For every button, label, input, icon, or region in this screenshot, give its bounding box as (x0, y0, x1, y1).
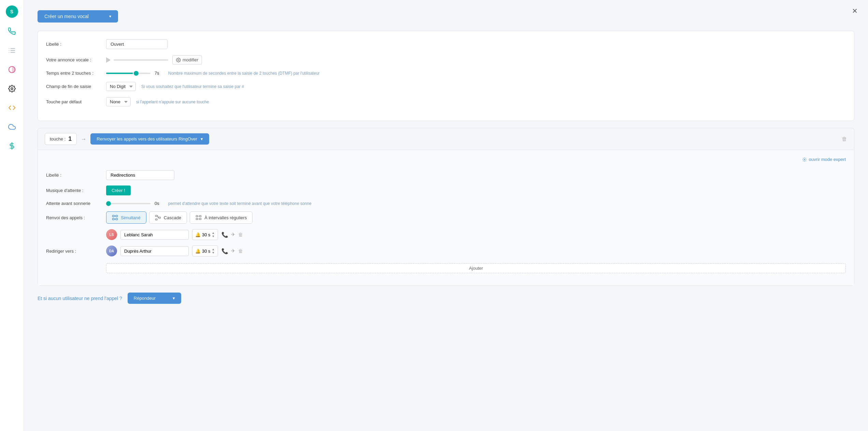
libelle-input[interactable] (106, 39, 168, 49)
sidebar-item-list[interactable] (6, 45, 17, 56)
temps-label: Temps entre 2 touches : (46, 71, 101, 76)
call-icon-2[interactable]: 📞 (221, 248, 228, 254)
modifier-button[interactable]: modifier (172, 55, 202, 64)
sidebar-item-chart[interactable] (6, 64, 17, 75)
bottom-question-row: Et si aucun utilisateur ne prend l'appel… (38, 293, 854, 304)
touch-badge: touche : 1 (45, 133, 77, 145)
svg-rect-12 (116, 215, 117, 217)
libelle-row: Libellé : (46, 39, 846, 49)
vocal-menu-dropdown[interactable]: Créer un menu vocal ▾ (38, 10, 118, 23)
timer-select-1[interactable]: 🔔 30 s ▲▼ (192, 229, 218, 240)
bell-icon-2: 🔔 (195, 249, 201, 254)
timer-select-2[interactable]: 🔔 30 s ▲▼ (192, 246, 218, 256)
temps-row: Temps entre 2 touches : 7s Nombre maximu… (46, 71, 846, 76)
dropdown-chevron: ▾ (109, 14, 111, 19)
annonce-label: Votre annonce vocale : (46, 57, 101, 62)
simultane-icon (112, 214, 118, 221)
attente-row: Attente avant sonnerie 0s permet d'atten… (46, 201, 846, 206)
action-icons-2: 📞 ✈ 🗑 (221, 248, 243, 254)
touche-defaut-select[interactable]: None (106, 97, 131, 106)
touch-libelle-input[interactable] (106, 170, 174, 180)
temps-value: 7s (155, 71, 164, 76)
config-card: Libellé : Votre annonce vocale : modifie… (38, 31, 854, 121)
play-button[interactable] (106, 57, 168, 63)
play-icon (106, 57, 112, 63)
cascade-icon (155, 214, 161, 221)
svg-rect-23 (196, 216, 198, 217)
svg-rect-26 (199, 218, 201, 220)
svg-point-9 (178, 59, 179, 61)
send-icon-1[interactable]: ✈ (231, 232, 235, 238)
temps-slider-container: 7s Nombre maximum de secondes entre la s… (106, 71, 320, 76)
touch-number: 1 (68, 135, 72, 143)
champ-select[interactable]: No Digit # (106, 82, 136, 91)
svg-point-7 (11, 88, 13, 90)
touch-card: touche : 1 → Renvoyer les appels vers de… (38, 128, 854, 286)
user-name-arthur: Duprès Arthur (124, 249, 151, 254)
expert-mode-button[interactable]: ouvrir mode expert (802, 157, 846, 162)
touche-defaut-row: Touche par défaut None si l'appelant n'a… (46, 97, 846, 106)
user-row-2: DA Duprès Arthur 🔔 30 s ▲▼ (106, 246, 846, 256)
vocal-menu-label: Créer un menu vocal (44, 14, 89, 19)
bottom-question-text: Et si aucun utilisateur ne prend l'appel… (38, 296, 122, 301)
sidebar-item-phone[interactable] (6, 26, 17, 37)
intervalles-label: À intervalles réguliers (204, 215, 247, 220)
bell-icon-1: 🔔 (195, 232, 201, 237)
svg-rect-25 (196, 218, 198, 220)
expert-label: ouvrir mode expert (809, 157, 846, 162)
timer-arrows-1[interactable]: ▲▼ (212, 231, 215, 238)
arrow-icon: → (81, 136, 86, 142)
sidebar-item-cloud[interactable] (6, 121, 17, 132)
user-row-1: LS Leblanc Sarah 🔔 30 s ▲▼ (106, 229, 846, 240)
sidebar-item-settings[interactable] (6, 83, 17, 94)
renvoi-row: Renvoi des appels : Simultané (46, 211, 846, 224)
musique-row: Musique d'attente : Créer ! (46, 185, 846, 195)
delete-user-2[interactable]: 🗑 (238, 248, 243, 254)
svg-rect-17 (155, 215, 157, 217)
touch-libelle-row: Libellé : (46, 170, 846, 180)
rediriger-label: Rediriger vers : (46, 249, 101, 254)
rediriger-header: Rediriger vers : LS Leblanc Sarah 🔔 30 s (46, 229, 846, 273)
cascade-label: Cascade (164, 215, 181, 220)
temps-slider[interactable] (106, 73, 150, 74)
close-button[interactable]: ✕ (852, 7, 858, 15)
action-icons-1: 📞 ✈ 🗑 (221, 232, 243, 238)
timer-arrows-2[interactable]: ▲▼ (212, 248, 215, 254)
rediriger-section: Rediriger vers : LS Leblanc Sarah 🔔 30 s (46, 229, 846, 273)
creer-button[interactable]: Créer ! (106, 185, 131, 195)
touch-body: ouvrir mode expert Libellé : Musique d'a… (38, 150, 854, 285)
action-dropdown[interactable]: Renvoyer les appels vers des utilisateur… (90, 133, 209, 145)
champ-row: Champ de fin de saisie No Digit # Si vou… (46, 82, 846, 91)
touch-delete-icon[interactable]: 🗑 (842, 136, 847, 142)
call-icon-1[interactable]: 📞 (221, 232, 228, 238)
app-logo[interactable]: S (6, 5, 18, 18)
user-select-sarah[interactable]: Leblanc Sarah (120, 230, 189, 240)
musique-label: Musique d'attente : (46, 188, 101, 193)
attente-slider[interactable] (106, 203, 150, 204)
expert-icon (802, 157, 807, 162)
sidebar: S (0, 0, 24, 431)
renvoi-tab-simultane[interactable]: Simultané (106, 211, 146, 224)
repondeur-chevron: ▾ (173, 296, 175, 301)
champ-hint: Si vous souhaitez que l'utilisateur term… (141, 84, 244, 89)
delete-user-1[interactable]: 🗑 (238, 232, 243, 237)
attente-label: Attente avant sonnerie (46, 201, 101, 206)
timer-value-1: 30 s (202, 232, 211, 237)
send-icon-2[interactable]: ✈ (231, 248, 235, 254)
simultane-label: Simultané (121, 215, 141, 220)
avatar-arthur: DA (106, 246, 117, 256)
renvoi-tab-intervalles[interactable]: À intervalles réguliers (190, 211, 252, 224)
touch-libelle-label: Libellé : (46, 173, 101, 178)
ajouter-button[interactable]: Ajouter (106, 263, 846, 273)
svg-rect-24 (199, 216, 201, 217)
user-select-arthur[interactable]: Duprès Arthur (120, 246, 189, 256)
champ-label: Champ de fin de saisie (46, 84, 101, 89)
repondeur-dropdown[interactable]: Répondeur ▾ (128, 293, 181, 304)
renvoi-tab-cascade[interactable]: Cascade (149, 211, 187, 224)
svg-rect-13 (113, 218, 114, 220)
sidebar-item-code[interactable] (6, 102, 17, 113)
touch-header: touche : 1 → Renvoyer les appels vers de… (38, 128, 854, 150)
renvoi-tabs: Simultané Cascade (106, 211, 252, 224)
action-label: Renvoyer les appels vers des utilisateur… (97, 136, 197, 142)
sidebar-item-billing[interactable] (6, 140, 17, 151)
